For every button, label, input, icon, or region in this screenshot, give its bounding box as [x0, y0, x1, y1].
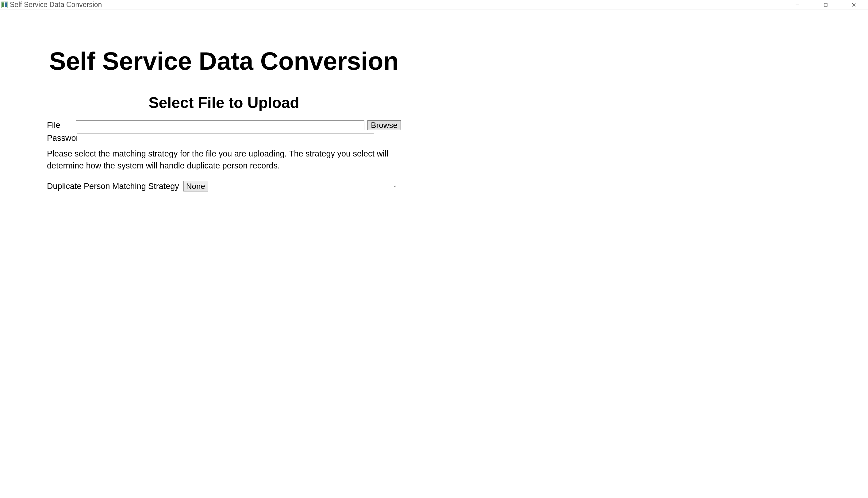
password-input-wrapper [77, 133, 374, 143]
strategy-select[interactable]: None [184, 181, 208, 192]
strategy-label: Duplicate Person Matching Strategy [47, 182, 179, 191]
close-button[interactable] [840, 0, 868, 10]
file-input-wrapper [76, 120, 364, 130]
browse-button[interactable]: Browse [368, 120, 401, 130]
window-title: Self Service Data Conversion [10, 1, 102, 9]
password-label: Password [47, 133, 74, 143]
helper-text: Please select the matching strategy for … [47, 148, 401, 172]
strategy-select-wrapper: None [184, 181, 401, 192]
maximize-button[interactable] [812, 0, 840, 10]
file-row: File Browse [47, 120, 401, 130]
password-input[interactable] [77, 133, 374, 143]
file-label: File [47, 121, 73, 130]
password-row: Password [47, 133, 401, 143]
page-title: Self Service Data Conversion [47, 47, 401, 76]
svg-rect-4 [824, 3, 827, 6]
strategy-row: Duplicate Person Matching Strategy None [47, 181, 401, 192]
section-title: Select File to Upload [47, 94, 401, 112]
content-area: Self Service Data Conversion Select File… [0, 10, 448, 192]
app-icon [1, 1, 8, 8]
file-input[interactable] [76, 120, 364, 130]
titlebar: Self Service Data Conversion [0, 0, 868, 10]
titlebar-left: Self Service Data Conversion [1, 1, 102, 9]
svg-rect-2 [5, 2, 7, 8]
svg-rect-1 [2, 2, 4, 8]
window-controls [783, 0, 868, 10]
minimize-button[interactable] [783, 0, 812, 10]
